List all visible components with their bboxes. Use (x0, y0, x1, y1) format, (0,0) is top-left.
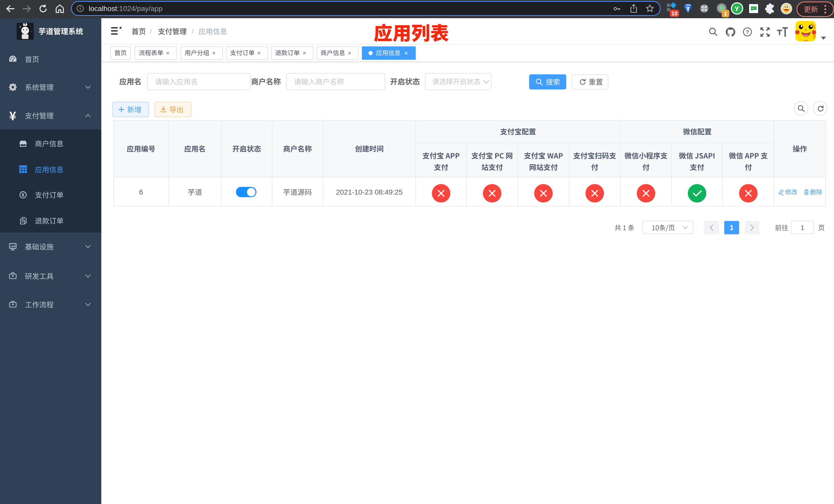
svg-text:10: 10 (672, 10, 678, 17)
svg-text:1: 1 (724, 10, 727, 17)
svg-text:?: ? (746, 29, 749, 35)
